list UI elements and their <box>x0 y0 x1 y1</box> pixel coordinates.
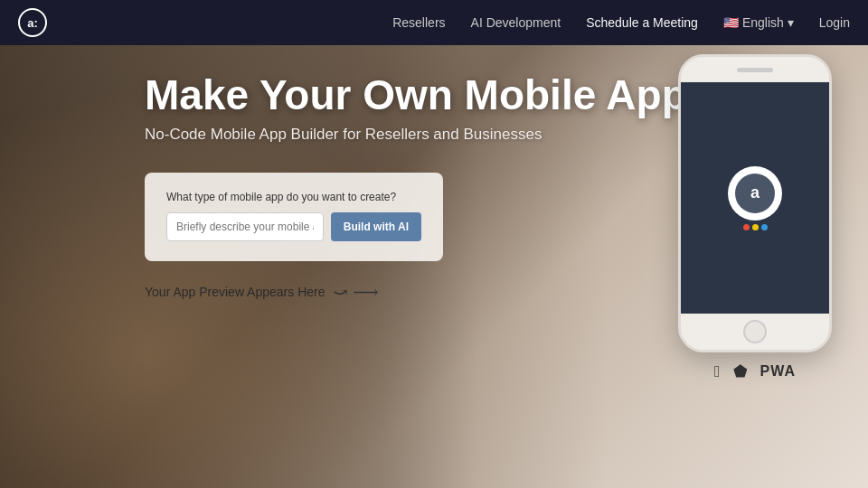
phone-bottom <box>681 314 829 350</box>
preview-text: Your App Preview Appears Here <box>145 285 326 299</box>
dot-red <box>743 224 750 230</box>
android-icon: ⬟ <box>733 361 748 381</box>
phone-mockup: a <box>678 54 832 352</box>
home-button <box>743 320 767 343</box>
apple-icon:  <box>714 362 721 381</box>
arrow-icon: ⤻ ⟶ <box>333 281 380 303</box>
nav-login[interactable]: Login <box>819 15 850 30</box>
navbar: a: Resellers AI Development Schedule a M… <box>0 0 868 45</box>
nav-lang-label: English ▾ <box>742 15 794 30</box>
nav-ai-dev[interactable]: AI Development <box>471 15 561 30</box>
form-row: Build with AI <box>166 212 421 241</box>
phone-logo-letter: a <box>750 183 760 202</box>
nav-language[interactable]: 🇺🇸 English ▾ <box>723 15 794 30</box>
logo-text: a: <box>27 16 38 30</box>
phone-screen: a <box>681 82 829 314</box>
phone-top <box>681 57 829 82</box>
phone-logo-inner: a <box>735 174 775 213</box>
dot-group <box>743 224 768 230</box>
hero-section: Make Your Own Mobile App No-Code Mobile … <box>0 45 868 488</box>
build-ai-button[interactable]: Build with AI <box>331 212 421 241</box>
logo[interactable]: a: <box>18 8 47 37</box>
nav-schedule[interactable]: Schedule a Meeting <box>586 15 698 30</box>
form-label: What type of mobile app do you want to c… <box>166 191 421 203</box>
app-description-input[interactable] <box>166 212 324 241</box>
app-form-box: What type of mobile app do you want to c… <box>145 173 443 261</box>
flag-icon: 🇺🇸 <box>723 15 739 30</box>
phone-container: a  ⬟ PWA <box>678 54 832 470</box>
pwa-badge: PWA <box>760 363 796 380</box>
dot-yellow <box>752 224 759 230</box>
platform-icons:  ⬟ PWA <box>714 361 796 381</box>
phone-logo-circle: a <box>728 166 782 221</box>
phone-speaker <box>737 68 773 72</box>
nav-resellers[interactable]: Resellers <box>392 15 445 30</box>
logo-circle: a: <box>18 8 47 37</box>
dot-blue <box>761 224 768 230</box>
nav-links: Resellers AI Development Schedule a Meet… <box>392 15 850 30</box>
